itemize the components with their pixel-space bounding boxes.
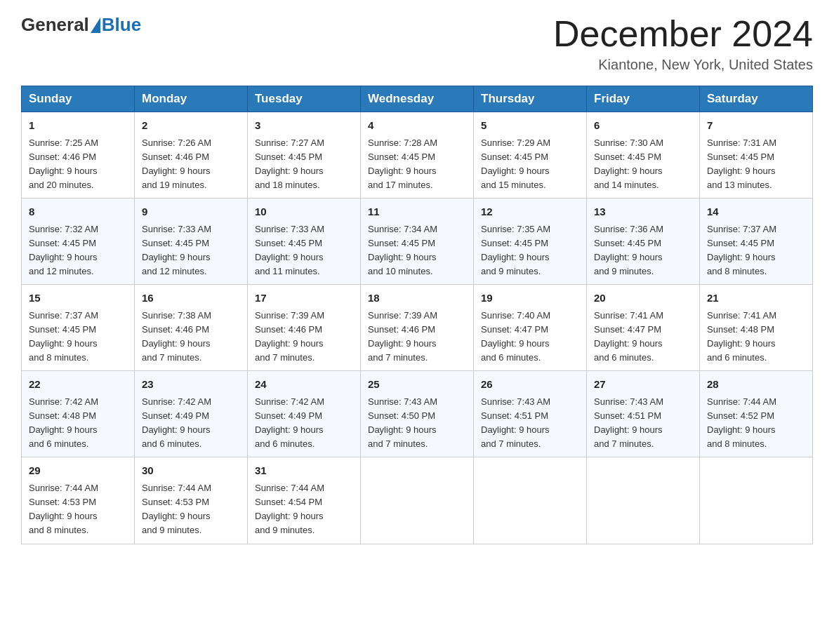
day-number: 21 — [707, 290, 805, 307]
calendar-cell: 28Sunrise: 7:44 AMSunset: 4:52 PMDayligh… — [700, 371, 813, 457]
day-info: Sunrise: 7:30 AMSunset: 4:45 PMDaylight:… — [594, 136, 692, 193]
day-info: Sunrise: 7:32 AMSunset: 4:45 PMDaylight:… — [29, 222, 127, 279]
col-monday: Monday — [135, 86, 248, 112]
calendar-table: Sunday Monday Tuesday Wednesday Thursday… — [21, 86, 813, 544]
col-tuesday: Tuesday — [248, 86, 361, 112]
calendar-cell: 14Sunrise: 7:37 AMSunset: 4:45 PMDayligh… — [700, 199, 813, 285]
day-info: Sunrise: 7:37 AMSunset: 4:45 PMDaylight:… — [707, 222, 805, 279]
day-info: Sunrise: 7:33 AMSunset: 4:45 PMDaylight:… — [255, 222, 353, 279]
col-friday: Friday — [587, 86, 700, 112]
logo-general-text: General — [21, 14, 89, 36]
month-title: December 2024 — [553, 14, 813, 54]
day-number: 22 — [29, 377, 127, 393]
day-info: Sunrise: 7:36 AMSunset: 4:45 PMDaylight:… — [594, 222, 692, 279]
day-info: Sunrise: 7:27 AMSunset: 4:45 PMDaylight:… — [255, 136, 353, 193]
day-number: 13 — [594, 204, 692, 220]
day-number: 23 — [142, 377, 240, 393]
calendar-cell — [700, 457, 813, 544]
day-number: 18 — [368, 290, 466, 307]
col-saturday: Saturday — [700, 86, 813, 112]
calendar-cell: 2Sunrise: 7:26 AMSunset: 4:46 PMDaylight… — [135, 112, 248, 199]
day-info: Sunrise: 7:43 AMSunset: 4:51 PMDaylight:… — [481, 395, 579, 452]
day-number: 16 — [142, 290, 240, 307]
day-number: 27 — [594, 377, 692, 393]
day-info: Sunrise: 7:35 AMSunset: 4:45 PMDaylight:… — [481, 222, 579, 279]
calendar-cell: 22Sunrise: 7:42 AMSunset: 4:48 PMDayligh… — [22, 371, 135, 457]
calendar-cell: 17Sunrise: 7:39 AMSunset: 4:46 PMDayligh… — [248, 285, 361, 371]
day-info: Sunrise: 7:34 AMSunset: 4:45 PMDaylight:… — [368, 222, 466, 279]
day-number: 3 — [255, 118, 353, 134]
day-info: Sunrise: 7:41 AMSunset: 4:48 PMDaylight:… — [707, 309, 805, 365]
day-info: Sunrise: 7:44 AMSunset: 4:53 PMDaylight:… — [29, 481, 127, 538]
day-number: 12 — [481, 204, 579, 220]
day-info: Sunrise: 7:28 AMSunset: 4:45 PMDaylight:… — [368, 136, 466, 193]
logo: General Blue — [21, 14, 141, 36]
day-info: Sunrise: 7:26 AMSunset: 4:46 PMDaylight:… — [142, 136, 240, 193]
calendar-cell: 24Sunrise: 7:42 AMSunset: 4:49 PMDayligh… — [248, 371, 361, 457]
day-info: Sunrise: 7:43 AMSunset: 4:51 PMDaylight:… — [594, 395, 692, 452]
calendar-cell: 21Sunrise: 7:41 AMSunset: 4:48 PMDayligh… — [700, 285, 813, 371]
calendar-cell: 8Sunrise: 7:32 AMSunset: 4:45 PMDaylight… — [22, 199, 135, 285]
calendar-cell: 10Sunrise: 7:33 AMSunset: 4:45 PMDayligh… — [248, 199, 361, 285]
calendar-cell: 20Sunrise: 7:41 AMSunset: 4:47 PMDayligh… — [587, 285, 700, 371]
day-number: 7 — [707, 118, 805, 134]
calendar-cell: 7Sunrise: 7:31 AMSunset: 4:45 PMDaylight… — [700, 112, 813, 199]
day-number: 5 — [481, 118, 579, 134]
day-info: Sunrise: 7:29 AMSunset: 4:45 PMDaylight:… — [481, 136, 579, 193]
day-number: 26 — [481, 377, 579, 393]
col-wednesday: Wednesday — [361, 86, 474, 112]
day-number: 4 — [368, 118, 466, 134]
calendar-cell: 18Sunrise: 7:39 AMSunset: 4:46 PMDayligh… — [361, 285, 474, 371]
calendar-cell: 3Sunrise: 7:27 AMSunset: 4:45 PMDaylight… — [248, 112, 361, 199]
day-info: Sunrise: 7:41 AMSunset: 4:47 PMDaylight:… — [594, 309, 692, 365]
location-text: Kiantone, New York, United States — [553, 57, 813, 73]
day-number: 19 — [481, 290, 579, 307]
day-number: 2 — [142, 118, 240, 134]
day-info: Sunrise: 7:42 AMSunset: 4:49 PMDaylight:… — [142, 395, 240, 452]
calendar-cell — [587, 457, 700, 544]
col-thursday: Thursday — [474, 86, 587, 112]
logo-blue-text: Blue — [102, 14, 141, 36]
day-number: 31 — [255, 463, 353, 479]
day-number: 15 — [29, 290, 127, 307]
calendar-cell: 19Sunrise: 7:40 AMSunset: 4:47 PMDayligh… — [474, 285, 587, 371]
calendar-cell: 27Sunrise: 7:43 AMSunset: 4:51 PMDayligh… — [587, 371, 700, 457]
calendar-cell: 13Sunrise: 7:36 AMSunset: 4:45 PMDayligh… — [587, 199, 700, 285]
title-block: December 2024 Kiantone, New York, United… — [553, 14, 813, 73]
day-number: 25 — [368, 377, 466, 393]
calendar-cell — [474, 457, 587, 544]
calendar-header-row: Sunday Monday Tuesday Wednesday Thursday… — [22, 86, 813, 112]
day-number: 1 — [29, 118, 127, 134]
calendar-cell: 6Sunrise: 7:30 AMSunset: 4:45 PMDaylight… — [587, 112, 700, 199]
calendar-week-row-3: 15Sunrise: 7:37 AMSunset: 4:45 PMDayligh… — [22, 285, 813, 371]
calendar-week-row-4: 22Sunrise: 7:42 AMSunset: 4:48 PMDayligh… — [22, 371, 813, 457]
day-info: Sunrise: 7:38 AMSunset: 4:46 PMDaylight:… — [142, 309, 240, 365]
calendar-week-row-5: 29Sunrise: 7:44 AMSunset: 4:53 PMDayligh… — [22, 457, 813, 544]
day-number: 14 — [707, 204, 805, 220]
day-number: 24 — [255, 377, 353, 393]
calendar-cell: 4Sunrise: 7:28 AMSunset: 4:45 PMDaylight… — [361, 112, 474, 199]
calendar-cell: 12Sunrise: 7:35 AMSunset: 4:45 PMDayligh… — [474, 199, 587, 285]
day-info: Sunrise: 7:40 AMSunset: 4:47 PMDaylight:… — [481, 309, 579, 365]
day-number: 6 — [594, 118, 692, 134]
day-info: Sunrise: 7:44 AMSunset: 4:53 PMDaylight:… — [142, 481, 240, 538]
logo-triangle-icon — [91, 18, 100, 33]
day-number: 29 — [29, 463, 127, 479]
day-info: Sunrise: 7:43 AMSunset: 4:50 PMDaylight:… — [368, 395, 466, 452]
day-info: Sunrise: 7:31 AMSunset: 4:45 PMDaylight:… — [707, 136, 805, 193]
calendar-cell: 23Sunrise: 7:42 AMSunset: 4:49 PMDayligh… — [135, 371, 248, 457]
calendar-week-row-1: 1Sunrise: 7:25 AMSunset: 4:46 PMDaylight… — [22, 112, 813, 199]
day-info: Sunrise: 7:37 AMSunset: 4:45 PMDaylight:… — [29, 309, 127, 365]
calendar-cell: 15Sunrise: 7:37 AMSunset: 4:45 PMDayligh… — [22, 285, 135, 371]
calendar-cell: 30Sunrise: 7:44 AMSunset: 4:53 PMDayligh… — [135, 457, 248, 544]
day-number: 30 — [142, 463, 240, 479]
calendar-cell: 1Sunrise: 7:25 AMSunset: 4:46 PMDaylight… — [22, 112, 135, 199]
day-number: 11 — [368, 204, 466, 220]
calendar-cell: 11Sunrise: 7:34 AMSunset: 4:45 PMDayligh… — [361, 199, 474, 285]
calendar-cell: 5Sunrise: 7:29 AMSunset: 4:45 PMDaylight… — [474, 112, 587, 199]
day-number: 10 — [255, 204, 353, 220]
col-sunday: Sunday — [22, 86, 135, 112]
calendar-cell: 9Sunrise: 7:33 AMSunset: 4:45 PMDaylight… — [135, 199, 248, 285]
day-number: 9 — [142, 204, 240, 220]
calendar-cell: 31Sunrise: 7:44 AMSunset: 4:54 PMDayligh… — [248, 457, 361, 544]
